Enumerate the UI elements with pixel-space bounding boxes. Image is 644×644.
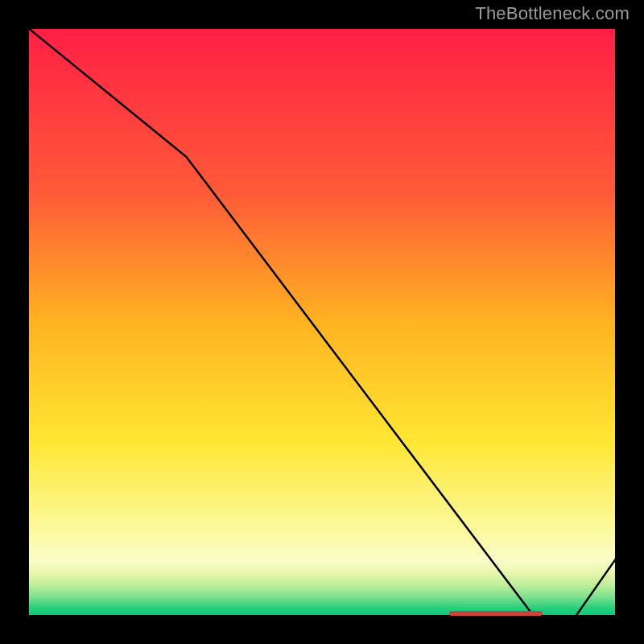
- watermark-text: TheBottleneck.com: [475, 3, 630, 24]
- chart-frame: TheBottleneck.com: [0, 0, 644, 644]
- gradient-background: [27, 27, 617, 617]
- chart-svg: [27, 27, 617, 617]
- plot-area: [27, 27, 617, 617]
